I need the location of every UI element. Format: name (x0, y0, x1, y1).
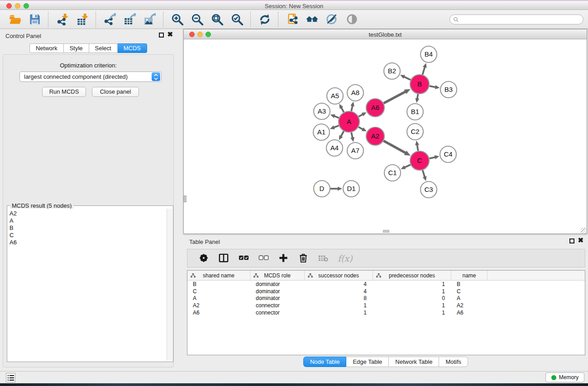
run-mcds-button[interactable]: Run MCDS (42, 87, 86, 97)
graph-node-C1[interactable]: C1 (384, 165, 401, 181)
edge-C-C1[interactable] (404, 165, 411, 167)
import-network-icon[interactable] (55, 13, 69, 26)
edge-B-B2[interactable] (403, 76, 411, 80)
window-resize-grip[interactable] (581, 228, 587, 234)
column-header-predecessor_nodes[interactable]: predecessor nodes (373, 271, 451, 280)
hide-panels-icon[interactable] (325, 13, 339, 26)
edge-A-A7[interactable] (351, 132, 353, 138)
mcds-result-list[interactable]: A2ABCA6 (8, 209, 167, 361)
cell-predecessor_nodes[interactable]: 1 (373, 281, 451, 288)
graph-node-B[interactable]: B (410, 75, 429, 94)
close-panel-icon[interactable]: ✖ (167, 32, 173, 37)
graph-node-B1[interactable]: B1 (407, 104, 423, 120)
zoom-out-icon[interactable] (190, 13, 204, 26)
column-header-successor_nodes[interactable]: successor nodes (305, 271, 373, 280)
select-all-rows-icon[interactable] (238, 253, 249, 264)
tab-network-table[interactable]: Network Table (389, 357, 439, 367)
edge-A2-C[interactable] (383, 141, 406, 153)
table-row[interactable]: A6connector11A6 (187, 309, 585, 316)
cell-shared_name[interactable]: C (187, 288, 250, 295)
tab-style[interactable]: Style (64, 43, 89, 53)
graph-node-A[interactable]: A (339, 111, 359, 132)
cell-successor_nodes[interactable]: 4 (305, 281, 373, 288)
edge-A-A8[interactable] (351, 105, 353, 111)
export-table-icon[interactable] (123, 13, 136, 26)
function-builder-icon[interactable]: f(x) (338, 253, 353, 263)
edge-A6-B[interactable] (384, 91, 406, 103)
table-row[interactable]: A2connector11A2 (187, 302, 585, 309)
cell-shared_name[interactable]: A (187, 295, 250, 302)
export-network-icon[interactable] (103, 13, 116, 26)
edge-C-C2[interactable] (417, 144, 418, 151)
graph-node-B4[interactable]: B4 (421, 46, 437, 62)
network-graph[interactable]: B4B2BB3A8A5A6A3B1AC2A1A2A4A7C4CC1C3DD1 (184, 39, 587, 234)
graph-node-C3[interactable]: C3 (421, 181, 437, 198)
table-row[interactable]: Adominator80A (187, 295, 585, 302)
graph-node-D1[interactable]: D1 (343, 181, 359, 197)
tab-edge-table[interactable]: Edge Table (346, 357, 389, 367)
cell-predecessor_nodes[interactable]: 1 (373, 288, 451, 295)
table-body[interactable]: Bdominator41BCdominator41CAdominator80AA… (187, 281, 585, 316)
graph-node-A1[interactable]: A1 (313, 124, 330, 140)
search-input[interactable] (459, 15, 583, 24)
export-image-icon[interactable] (143, 13, 156, 26)
graph-node-D[interactable]: D (314, 181, 330, 197)
delete-columns-icon[interactable] (297, 253, 309, 264)
float-table-panel-icon[interactable] (569, 238, 574, 243)
task-history-button[interactable] (6, 373, 15, 382)
open-session-icon[interactable] (8, 13, 21, 26)
cell-mcds_role[interactable]: dominator (250, 288, 305, 295)
edge-A-A4[interactable] (341, 131, 344, 137)
table-settings-icon[interactable] (198, 253, 210, 264)
network-horizontal-scrollbar[interactable] (383, 230, 389, 233)
import-table-icon[interactable] (75, 13, 89, 26)
node-table[interactable]: shared nameMCDS rolesuccessor nodesprede… (187, 270, 585, 355)
graph-node-A4[interactable]: A4 (326, 140, 343, 156)
result-list-item[interactable]: A2 (10, 210, 167, 217)
criterion-dropdown[interactable]: largest connected component (directed) (19, 71, 162, 82)
table-row[interactable]: Cdominator41C (187, 288, 585, 295)
cell-mcds_role[interactable]: connector (250, 302, 305, 309)
result-list-item[interactable]: B (10, 224, 167, 232)
edge-C-C4[interactable] (429, 157, 435, 158)
delete-table-icon[interactable] (317, 253, 329, 264)
cell-mcds_role[interactable]: dominator (250, 295, 305, 302)
graph-node-A6[interactable]: A6 (366, 99, 384, 117)
graph-node-B3[interactable]: B3 (440, 81, 457, 98)
cell-shared_name[interactable]: A6 (187, 309, 250, 316)
cell-predecessor_nodes[interactable]: 0 (373, 295, 451, 302)
tab-network[interactable]: Network (29, 43, 64, 53)
clone-network-icon[interactable] (285, 13, 299, 26)
network-window-titlebar[interactable]: testGlobe.txt (184, 29, 587, 39)
split-table-icon[interactable] (218, 253, 229, 264)
cell-mcds_role[interactable]: dominator (250, 281, 305, 288)
cell-name[interactable]: A6 (451, 309, 488, 316)
tab-select[interactable]: Select (89, 43, 118, 53)
cell-name[interactable]: C (451, 288, 488, 295)
graph-node-C[interactable]: C (410, 151, 429, 170)
cell-shared_name[interactable]: A2 (187, 302, 250, 309)
cell-successor_nodes[interactable]: 4 (305, 288, 373, 295)
cell-shared_name[interactable]: B (187, 281, 250, 288)
table-row[interactable]: Bdominator41B (187, 281, 585, 288)
graph-node-A8[interactable]: A8 (347, 85, 363, 101)
refresh-layout-icon[interactable] (258, 13, 271, 26)
result-list-item[interactable]: A (10, 217, 167, 224)
edge-B-B3[interactable] (430, 86, 436, 87)
zoom-in-icon[interactable] (170, 13, 184, 26)
column-header-mcds_role[interactable]: MCDS role (250, 271, 305, 280)
network-canvas[interactable]: B4B2BB3A8A5A6A3B1AC2A1A2A4A7C4CC1C3DD1 (184, 39, 587, 234)
cell-name[interactable]: A2 (451, 302, 488, 309)
tab-node-table[interactable]: Node Table (303, 357, 347, 367)
column-header-shared_name[interactable]: shared name (187, 271, 250, 280)
result-list-item[interactable]: C (10, 232, 167, 239)
tab-motifs[interactable]: Motifs (439, 357, 468, 367)
network-vertical-scrollbar[interactable] (184, 195, 186, 202)
zoom-selected-icon[interactable] (230, 13, 244, 26)
memory-button[interactable]: Memory (545, 372, 584, 382)
zoom-fit-icon[interactable] (210, 13, 224, 26)
tab-mcds[interactable]: MCDS (118, 43, 147, 53)
cell-name[interactable]: B (451, 281, 488, 288)
deselect-all-rows-icon[interactable] (258, 253, 269, 264)
float-panel-icon[interactable] (159, 33, 164, 38)
